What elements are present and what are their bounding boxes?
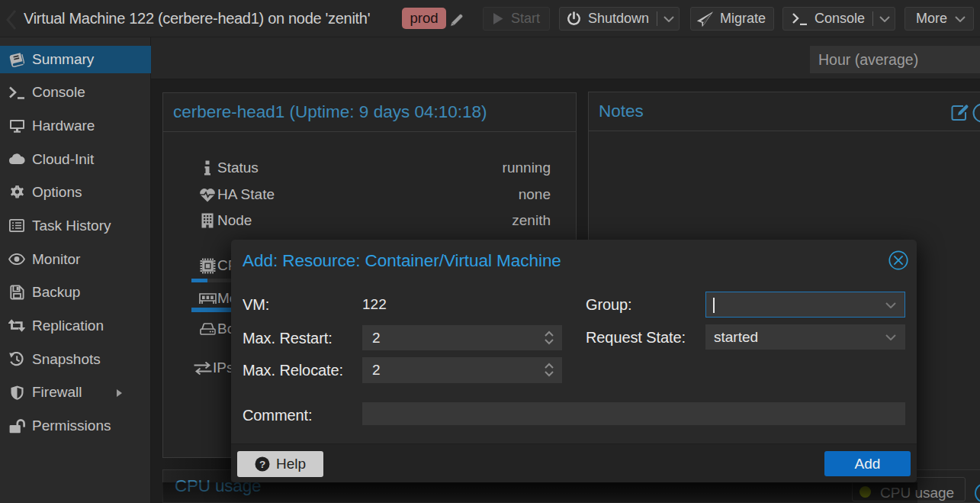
svg-text:?: ? — [259, 459, 265, 470]
